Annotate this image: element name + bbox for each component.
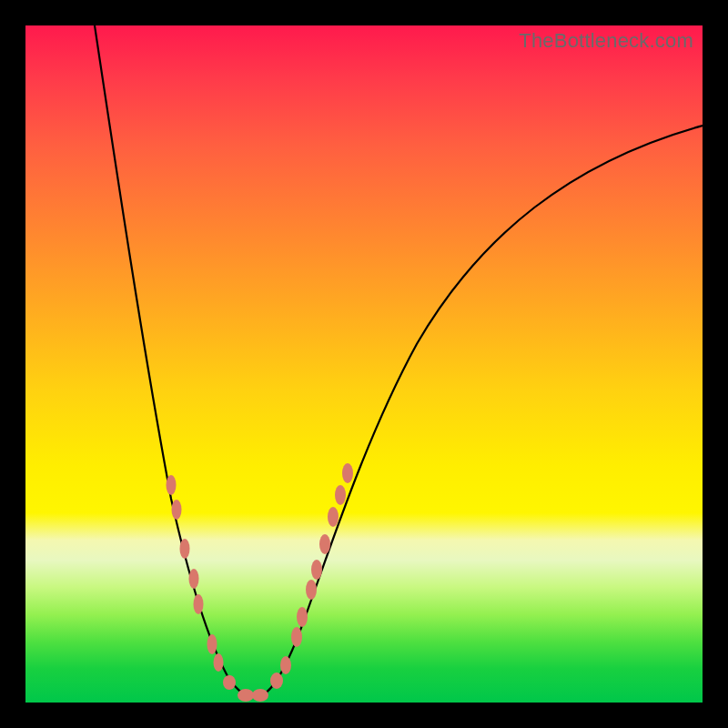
marker-pill — [328, 507, 339, 527]
marker-pill — [189, 569, 199, 589]
chart-svg — [25, 25, 703, 703]
marker-pill — [172, 500, 182, 520]
marker-pill — [291, 627, 302, 647]
marker-pill — [238, 689, 254, 702]
marker-pill — [167, 475, 177, 495]
marker-pill — [311, 560, 322, 580]
marker-pill — [214, 653, 224, 672]
marker-pill — [335, 485, 346, 505]
marker-pill — [252, 689, 268, 702]
right-curve — [255, 126, 703, 697]
marker-pill — [194, 594, 204, 614]
left-curve — [95, 25, 255, 697]
marker-pill — [342, 463, 353, 483]
marker-pill — [280, 656, 291, 674]
marker-pill — [180, 539, 190, 559]
marker-group — [167, 463, 354, 702]
marker-pill — [270, 672, 283, 689]
marker-pill — [207, 634, 217, 654]
marker-pill — [223, 675, 236, 690]
chart-frame: TheBottleneck.com — [25, 25, 703, 703]
marker-pill — [297, 607, 308, 627]
marker-pill — [319, 534, 330, 554]
marker-pill — [306, 580, 317, 600]
